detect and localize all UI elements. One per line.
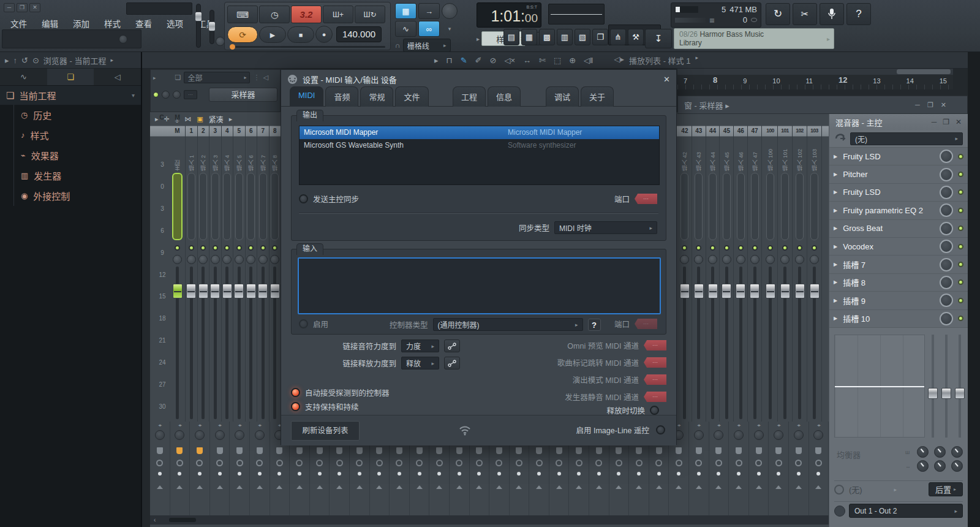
fx-plug-icon[interactable] bbox=[636, 447, 642, 454]
fx-slot-name[interactable]: Gross Beat bbox=[843, 224, 940, 233]
stereo-sep-icon[interactable]: ◂▸ bbox=[777, 423, 780, 429]
playlist-tool-button[interactable]: ✄ bbox=[539, 56, 546, 65]
latency-clock-icon[interactable] bbox=[276, 460, 283, 466]
browser-root-item[interactable]: ❏ 当前工程 ▾ bbox=[0, 86, 141, 105]
eq-freq-knob[interactable] bbox=[951, 446, 963, 458]
latency-clock-icon[interactable] bbox=[196, 460, 203, 466]
fader-handle[interactable] bbox=[750, 284, 760, 298]
master-volume-slider[interactable] bbox=[196, 4, 201, 48]
mixer-strip-master[interactable]: M 主控 bbox=[170, 126, 186, 422]
chevron-right-icon[interactable]: ▸ bbox=[695, 55, 698, 66]
routing-triangle-icon[interactable] bbox=[456, 485, 462, 489]
mixer-strip[interactable]: 44 插入 44 bbox=[706, 126, 720, 422]
swap-icon[interactable]: ⋈ bbox=[184, 115, 191, 123]
shuffle-slider[interactable] bbox=[230, 46, 385, 48]
stereo-sep-icon[interactable]: ◂▸ bbox=[697, 423, 700, 429]
fx-enable-led[interactable] bbox=[958, 279, 963, 285]
strip-pan-knob[interactable] bbox=[680, 255, 689, 264]
strip-pan-knob[interactable] bbox=[246, 255, 255, 264]
strip-enable-led[interactable] bbox=[752, 245, 758, 251]
pattern-mode-button[interactable]: ▦ bbox=[395, 3, 417, 19]
view-mode-icon[interactable]: ▣ bbox=[197, 115, 203, 123]
fx-mix-knob[interactable] bbox=[940, 276, 953, 289]
browser-tree-item[interactable]: ▥ 发生器 bbox=[0, 165, 141, 186]
strip-fader[interactable] bbox=[270, 267, 281, 422]
oscilloscope-panel[interactable] bbox=[548, 4, 605, 25]
eq-width-knob[interactable] bbox=[951, 460, 963, 472]
fx-slot[interactable]: ▶ Gross Beat bbox=[829, 220, 968, 238]
record-arm-dot[interactable] bbox=[757, 472, 761, 476]
record-arm-dot[interactable] bbox=[377, 472, 381, 476]
mixer-strip-footer[interactable]: ◂▸ bbox=[190, 422, 210, 515]
routing-triangle-icon[interactable] bbox=[796, 485, 802, 489]
routing-triangle-icon[interactable] bbox=[257, 485, 263, 489]
master-pitch-slider[interactable] bbox=[209, 10, 214, 44]
fx-plug-icon[interactable] bbox=[596, 447, 602, 454]
routing-triangle-icon[interactable] bbox=[317, 485, 323, 489]
mixer-strip[interactable]: 7 插入 7 bbox=[257, 126, 270, 422]
strip-enable-led[interactable] bbox=[767, 245, 773, 251]
mixer-strip[interactable]: 102 插入 102 bbox=[793, 126, 807, 422]
fx-enable-led[interactable] bbox=[958, 298, 963, 303]
menu-item[interactable]: 文件 bbox=[5, 16, 32, 31]
browser-tab-files[interactable]: ❏ bbox=[47, 69, 94, 85]
routing-triangle-icon[interactable] bbox=[596, 485, 602, 489]
window-toggle-button[interactable]: ⚒ bbox=[628, 29, 644, 45]
mixer-strip[interactable]: 100 插入 100 bbox=[763, 126, 778, 422]
fx-plug-icon[interactable] bbox=[715, 447, 722, 454]
shuffle-dial[interactable] bbox=[216, 37, 225, 46]
mixer-strip-footer[interactable]: ◂▸ bbox=[250, 422, 270, 515]
routing-triangle-icon[interactable] bbox=[336, 485, 342, 489]
routing-triangle-icon[interactable] bbox=[376, 485, 382, 489]
eq-band-slider[interactable] bbox=[942, 335, 951, 438]
playlist-tool-button[interactable]: ◁‖ bbox=[584, 56, 593, 65]
routing-triangle-icon[interactable] bbox=[436, 485, 442, 489]
strip-enable-led[interactable] bbox=[724, 245, 729, 251]
fx-plug-icon[interactable] bbox=[257, 447, 263, 454]
strip-enable-led[interactable] bbox=[224, 245, 230, 251]
strip-enable-led[interactable] bbox=[782, 245, 788, 251]
record-arm-dot[interactable] bbox=[398, 472, 401, 476]
strip-enable-led[interactable] bbox=[175, 245, 180, 251]
stereo-sep-knob[interactable] bbox=[734, 430, 744, 440]
chevron-right-icon[interactable]: ▶ bbox=[834, 244, 837, 249]
mixer-strip-footer[interactable]: ◂▸ bbox=[150, 422, 170, 515]
strip-fader[interactable] bbox=[778, 267, 792, 422]
menu-item[interactable]: 样式 bbox=[99, 16, 126, 31]
playback-icon[interactable]: ◁▸ bbox=[614, 55, 624, 66]
remote-radio[interactable] bbox=[656, 425, 665, 434]
pattern-arrow-icon[interactable]: ▸ bbox=[477, 36, 480, 42]
latency-clock-icon[interactable] bbox=[376, 460, 383, 466]
dots-icon[interactable]: ⋮ bbox=[253, 74, 260, 82]
fx-slot[interactable]: ▶ 插槽 10 bbox=[829, 310, 968, 328]
strip-pan-knob[interactable] bbox=[235, 255, 244, 264]
mixer-strip[interactable]: 43 插入 43 bbox=[692, 126, 706, 422]
strip-fader[interactable] bbox=[222, 267, 233, 422]
fx-enable-led[interactable] bbox=[958, 316, 963, 321]
latency-clock-icon[interactable] bbox=[636, 460, 643, 466]
refresh-device-list-button[interactable]: 刷新设备列表 bbox=[291, 421, 360, 441]
browser-tree-item[interactable]: ♪ 样式 bbox=[0, 125, 141, 145]
window-toggle-button[interactable]: ▤ bbox=[503, 29, 519, 45]
routing-triangle-icon[interactable] bbox=[476, 485, 482, 489]
fader-handle[interactable] bbox=[766, 284, 775, 298]
strip-fader[interactable] bbox=[793, 267, 807, 422]
strip-fader[interactable] bbox=[807, 267, 821, 422]
fx-plug-icon[interactable] bbox=[756, 447, 762, 454]
search-icon[interactable]: ⊙ bbox=[32, 56, 39, 65]
strip-enable-led[interactable] bbox=[260, 245, 266, 251]
channel-menu-button[interactable]: ··· bbox=[184, 90, 197, 99]
stereo-sep-icon[interactable]: ◂▸ bbox=[158, 423, 161, 429]
latency-clock-icon[interactable] bbox=[416, 460, 423, 466]
send-master-sync-radio[interactable] bbox=[299, 194, 308, 203]
strip-pan-knob[interactable] bbox=[750, 255, 760, 264]
strip-fader[interactable] bbox=[748, 267, 761, 422]
stereo-sep-knob[interactable] bbox=[175, 430, 184, 440]
strip-fader[interactable] bbox=[734, 267, 747, 422]
fx-plug-icon[interactable] bbox=[197, 447, 203, 454]
record-arm-dot[interactable] bbox=[238, 472, 241, 476]
record-button[interactable]: ● bbox=[315, 26, 333, 43]
stereo-sep-icon[interactable]: ◂▸ bbox=[677, 423, 680, 429]
playlist-tool-button[interactable]: ⊕ bbox=[569, 56, 576, 65]
mixer-strip[interactable]: 4 插入 4 bbox=[222, 126, 234, 422]
